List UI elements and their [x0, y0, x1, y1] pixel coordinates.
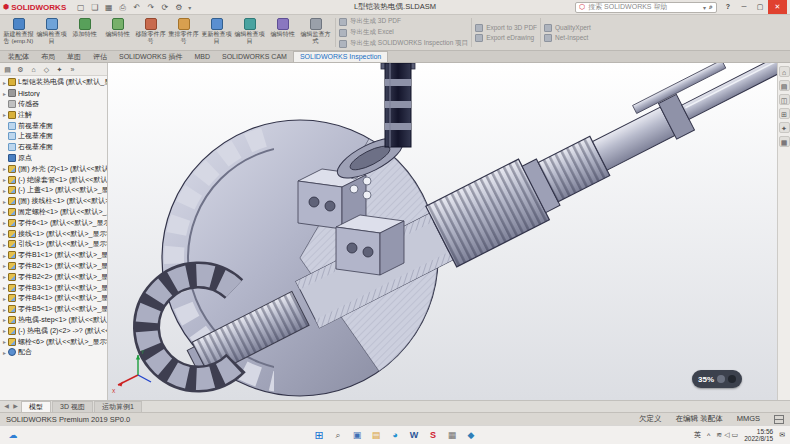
feature-tree-item[interactable]: (-) 上盖<1> (默认<<默认>_显示状	[0, 185, 107, 196]
window-control-button[interactable]: ?	[720, 0, 736, 14]
panel-tab-icon[interactable]: ▤	[2, 64, 13, 75]
task-pane-icon[interactable]: ✦	[779, 122, 790, 133]
document-tab[interactable]: 运动算例1	[94, 401, 142, 412]
expand-arrow-icon[interactable]	[1, 316, 8, 323]
feature-tree-item[interactable]: (固) 接线柱<1> (默认<<默认>_显示状	[0, 196, 107, 207]
expand-arrow-icon[interactable]	[1, 349, 8, 356]
expand-arrow-icon[interactable]	[1, 79, 8, 86]
feature-tree-item[interactable]: 零件B3<1> (默认<<默认>_显	[0, 282, 107, 293]
ime-language-indicator[interactable]: 英	[694, 430, 701, 440]
taskbar-app-icon[interactable]: ◆	[464, 428, 478, 442]
quick-access-icon[interactable]: ▢	[75, 2, 86, 13]
search-caret-icon[interactable]: ▾	[703, 4, 706, 11]
tray-system-icon[interactable]: ◁	[724, 431, 729, 439]
ribbon-tab[interactable]: SOLIDWORKS 插件	[113, 52, 188, 62]
taskbar-app-icon[interactable]: ▣	[350, 428, 364, 442]
expand-arrow-icon[interactable]	[1, 252, 8, 259]
tray-chevron-icon[interactable]: ^	[707, 432, 710, 439]
document-tab[interactable]: 模型	[21, 401, 51, 412]
ribbon-tab[interactable]: MBD	[188, 52, 216, 62]
search-icon[interactable]: ⌕	[709, 3, 713, 11]
expand-arrow-icon[interactable]	[1, 284, 8, 291]
tab-scroll-icon[interactable]: ◀	[2, 401, 11, 412]
ribbon-tab[interactable]: 布局	[35, 52, 61, 62]
feature-tree-item[interactable]: L型铠装热电偶 (默认<默认_显示状态-1>)	[0, 77, 107, 88]
expand-arrow-icon[interactable]	[1, 230, 8, 237]
expand-arrow-icon[interactable]	[1, 187, 8, 194]
panel-tab-icon[interactable]: ⚙	[15, 64, 26, 75]
notification-icon[interactable]: ✉	[779, 431, 785, 439]
task-pane-icon[interactable]: ⊞	[779, 108, 790, 119]
taskbar-app-icon[interactable]: W	[407, 428, 421, 442]
taskbar-app-icon[interactable]: ▤	[369, 428, 383, 442]
panel-tab-icon[interactable]: ◇	[41, 64, 52, 75]
ribbon-button[interactable]: 添加特性	[68, 16, 101, 49]
document-tab[interactable]: 3D 视图	[52, 401, 93, 412]
feature-tree-item[interactable]: 零件B2<1> (默认<<默认>_显	[0, 261, 107, 272]
expand-arrow-icon[interactable]	[1, 241, 8, 248]
export-menu-item[interactable]: Net-Inspect	[544, 34, 591, 42]
feature-tree-item[interactable]: 引线<1> (默认<<默认>_显示状	[0, 239, 107, 250]
quick-access-icon[interactable]: ▦	[103, 2, 114, 13]
feature-tree-item[interactable]: (-) 热电偶 (2)<2> ->? (默认<<默认>	[0, 325, 107, 336]
ribbon-button[interactable]: 编辑检查项目	[233, 16, 266, 49]
graphics-viewport[interactable]: X Y ⌂▤◫⊞✦▦ 35%	[108, 63, 790, 400]
export-menu-item[interactable]: 导出生成 3D PDF	[339, 17, 468, 26]
task-pane-icon[interactable]: ◫	[779, 94, 790, 105]
feature-tree-item[interactable]: 配合	[0, 347, 107, 358]
ribbon-button[interactable]: 新建检查报告 (emp.N)	[2, 16, 35, 49]
window-control-button[interactable]: ✕	[768, 0, 787, 14]
expand-arrow-icon[interactable]	[1, 90, 8, 97]
window-control-button[interactable]: ▢	[752, 0, 768, 14]
ribbon-button[interactable]: 编辑特性	[266, 16, 299, 49]
ribbon-button[interactable]: 编辑检查项目	[35, 16, 68, 49]
taskbar-app-icon[interactable]: ◕	[388, 428, 402, 442]
export-menu-item[interactable]: QualityXpert	[544, 24, 591, 32]
feature-tree-item[interactable]: 接线<1> (默认<<默认>_显示状	[0, 228, 107, 239]
search-box[interactable]: ⬡ 搜索 SOLIDWORKS 帮助 ▾ ⌕	[575, 2, 717, 13]
ribbon-button[interactable]: 编辑特性	[101, 16, 134, 49]
zoom-indicator[interactable]: 35%	[692, 370, 742, 388]
expand-arrow-icon[interactable]	[1, 273, 8, 280]
widgets-icon[interactable]: ☁	[5, 430, 21, 440]
export-menu-item[interactable]: 导出生成 SOLIDWORKS Inspection 项目	[339, 39, 468, 48]
panel-tab-icon[interactable]: ✦	[54, 64, 65, 75]
feature-tree-item[interactable]: 零件B4<1> (默认<<默认>_显	[0, 293, 107, 304]
ribbon-button[interactable]: 重排零件序号	[167, 16, 200, 49]
expand-arrow-icon[interactable]	[1, 219, 8, 226]
expand-arrow-icon[interactable]	[1, 295, 8, 302]
taskbar-app-icon[interactable]: S	[426, 428, 440, 442]
expand-arrow-icon[interactable]	[1, 306, 8, 313]
expand-arrow-icon[interactable]	[1, 327, 8, 334]
feature-tree-item[interactable]: 右视基准面	[0, 142, 107, 153]
panel-tab-icon[interactable]: »	[67, 64, 78, 75]
feature-tree-item[interactable]: 螺栓<6> (默认<<默认>_显示状态	[0, 336, 107, 347]
taskbar-app-icon[interactable]: ▦	[445, 428, 459, 442]
task-pane-icon[interactable]: ▦	[779, 136, 790, 147]
ribbon-tab[interactable]: SOLIDWORKS Inspection	[293, 51, 388, 62]
feature-tree-item[interactable]: 零件B5<1> (默认<<默认>_显	[0, 304, 107, 315]
feature-tree-item[interactable]: 传感器	[0, 99, 107, 110]
panel-tab-icon[interactable]: ⌂	[28, 64, 39, 75]
quick-tips-grid-icon[interactable]	[774, 415, 784, 424]
3d-model-canvas[interactable]: X Y	[108, 63, 790, 400]
ribbon-button[interactable]: 编辑监查方式	[299, 16, 332, 49]
feature-tree-item[interactable]: 上视基准面	[0, 131, 107, 142]
ribbon-button[interactable]: 移除零件序号	[134, 16, 167, 49]
window-control-button[interactable]: ─	[736, 0, 752, 14]
expand-arrow-icon[interactable]	[1, 338, 8, 345]
taskbar-app-icon[interactable]: ⊞	[312, 428, 326, 442]
quick-access-icon[interactable]: ❏	[89, 2, 100, 13]
expand-arrow-icon[interactable]	[1, 111, 8, 118]
task-pane-icon[interactable]: ⌂	[779, 66, 790, 77]
quick-access-icon[interactable]: ⟳	[159, 2, 170, 13]
feature-tree-item[interactable]: 固定螺栓<1> (默认<<默认>_显示状	[0, 207, 107, 218]
task-pane-icon[interactable]: ▤	[779, 80, 790, 91]
expand-arrow-icon[interactable]	[1, 198, 8, 205]
feature-tree-item[interactable]: (固) 外壳 (2)<1> (默认<<默认>_显示状	[0, 163, 107, 174]
feature-tree-item[interactable]: 注解	[0, 109, 107, 120]
export-menu-item[interactable]: 导出生成 Excel	[339, 28, 468, 37]
expand-arrow-icon[interactable]	[1, 176, 8, 183]
feature-tree-item[interactable]: 零件6<1> (默认<<默认>_显示状	[0, 217, 107, 228]
feature-tree-item[interactable]: 原点	[0, 153, 107, 164]
